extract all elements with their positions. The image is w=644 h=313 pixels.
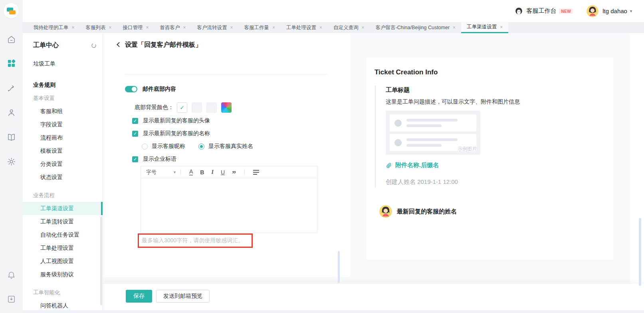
sidebar-group-business-rules[interactable]: 业务规则: [23, 78, 103, 92]
tab-first-consult-customer[interactable]: 首咨客户×: [155, 22, 192, 33]
notification-bell-icon[interactable]: [6, 270, 16, 280]
page-scrollbar-thumb[interactable]: [639, 218, 641, 286]
chevron-down-icon: ▾: [630, 9, 632, 13]
quote-icon[interactable]: ”: [232, 172, 236, 175]
save-button[interactable]: 保存: [126, 290, 152, 303]
sidebar-item-manual-view-settings[interactable]: 人工视图设置: [23, 255, 103, 268]
close-icon[interactable]: ×: [183, 25, 186, 30]
sidebar-section-basic-settings: 基本设置: [23, 92, 103, 105]
color-swatch-light[interactable]: [206, 102, 217, 113]
sidebar-item-status-settings[interactable]: 状态设置: [23, 171, 103, 184]
knowledge-book-icon[interactable]: [6, 132, 16, 142]
close-icon[interactable]: ×: [362, 25, 365, 30]
show-slogan-checkbox[interactable]: ✓: [132, 156, 138, 162]
sidebar-item-ticket-channel-settings[interactable]: 工单渠道设置: [23, 202, 103, 215]
open-tabs-bar: 我待处理的工单× 客服列表× 接口管理× 首咨客户× 客户流转设置× 客服工作量…: [23, 22, 644, 33]
realname-radio-label[interactable]: 显示客服真实姓名: [208, 143, 253, 150]
editor-text-area[interactable]: [141, 178, 317, 233]
download-tray-icon[interactable]: [6, 294, 16, 304]
sidebar-scrollbar-thumb[interactable]: [100, 217, 102, 305]
right-page-gutter: [630, 33, 644, 313]
color-swatch-selected[interactable]: ✓: [177, 102, 187, 113]
close-icon[interactable]: ×: [109, 25, 112, 30]
show-slogan-label[interactable]: 显示企业标语: [143, 156, 176, 163]
tab-ticket-channel-settings[interactable]: 工单渠道设置×: [461, 22, 508, 33]
tab-my-pending-tickets[interactable]: 我待处理的工单×: [28, 22, 80, 33]
skeleton-row: [390, 114, 476, 132]
settings-gear-icon[interactable]: [6, 157, 16, 167]
send-email-preview-button[interactable]: 发送到邮箱预览: [156, 290, 210, 303]
logo-orange-tile: [9, 10, 16, 14]
customer-icon[interactable]: [6, 108, 16, 118]
app-logo[interactable]: [4, 3, 19, 18]
sidebar-item-category-settings[interactable]: 分类设置: [23, 157, 103, 171]
close-icon[interactable]: ×: [319, 25, 322, 30]
sidebar-item-field-settings[interactable]: 字段设置: [23, 118, 103, 131]
sidebar-item-process-canvas[interactable]: 流程画布: [23, 131, 103, 144]
tab-agent-workload[interactable]: 客服工作量×: [239, 22, 281, 33]
close-icon[interactable]: ×: [230, 25, 233, 30]
italic-icon[interactable]: I: [211, 169, 213, 175]
sidebar-item-junk-tickets[interactable]: 垃圾工单: [23, 57, 103, 70]
tab-ticket-handling-settings[interactable]: 工单处理设置×: [281, 22, 328, 33]
font-size-dropdown[interactable]: 字号 ▾: [146, 169, 176, 176]
tab-custom-query[interactable]: 自定义查询×: [328, 22, 370, 33]
nickname-radio-label[interactable]: 显示客服昵称: [152, 143, 185, 150]
tab-customer-flow-settings[interactable]: 客户流转设置×: [192, 22, 239, 33]
tab-api-management[interactable]: 接口管理×: [117, 22, 155, 33]
close-icon[interactable]: ×: [272, 25, 275, 30]
sample-image-watermark: 示例图片: [458, 146, 477, 152]
font-color-icon[interactable]: A: [189, 169, 193, 175]
tab-agent-list[interactable]: 客服列表×: [80, 22, 117, 33]
workbench-icon: [515, 7, 523, 15]
sidebar-section-ticket-intelligence: 工单智能化: [23, 286, 103, 299]
sidebar-item-template-settings[interactable]: 模板设置: [23, 144, 103, 157]
workflow-route-icon[interactable]: [6, 83, 16, 93]
close-icon[interactable]: ×: [453, 25, 456, 30]
close-icon[interactable]: ×: [146, 25, 149, 30]
skeleton-avatar: [394, 120, 402, 127]
sidebar-item-sla[interactable]: 服务级别协议: [23, 268, 103, 281]
attachment-link[interactable]: 附件名称.后缀名: [386, 161, 547, 169]
email-footer-toggle[interactable]: [125, 86, 137, 92]
chevron-down-icon: ▾: [174, 170, 176, 174]
color-swatch-light[interactable]: [192, 102, 202, 113]
color-swatch-custom-picker[interactable]: [221, 102, 232, 113]
nickname-radio[interactable]: [142, 144, 148, 150]
red-annotation-box: 最多输入3000字符，请勿使用敏感词汇。: [138, 233, 253, 248]
skeleton-avatar: [394, 139, 402, 146]
realname-radio[interactable]: [198, 144, 204, 150]
apps-grid-icon[interactable]: [6, 58, 16, 68]
creator-line: 创建人姓名 2019-1-1 12:00: [386, 178, 547, 186]
close-icon[interactable]: ×: [72, 25, 75, 30]
workbench-link[interactable]: 客服工作台: [526, 7, 556, 15]
sidebar-item-automation-task-settings[interactable]: 自动化任务设置: [23, 228, 103, 241]
tab-customer-message[interactable]: 客户留言-China/Beijing Customer×: [370, 22, 462, 33]
latest-reply-row: 最新回复的客服的姓名: [375, 205, 613, 218]
section-divider: [125, 74, 327, 74]
refresh-icon[interactable]: [91, 42, 97, 49]
show-agent-avatar-checkbox[interactable]: ✓: [132, 118, 138, 124]
sidebar-item-ticket-handling-settings[interactable]: 工单处理设置: [23, 241, 103, 255]
home-icon[interactable]: [6, 34, 16, 44]
sidebar-item-ticket-flow-settings[interactable]: 工单流转设置: [23, 215, 103, 228]
align-icon[interactable]: [253, 169, 259, 175]
back-button[interactable]: [116, 42, 122, 48]
user-menu[interactable]: ltg dahao ▾: [587, 5, 632, 17]
sample-image-placeholder: 示例图片: [386, 111, 480, 155]
show-agent-name-checkbox[interactable]: ✓: [132, 131, 138, 137]
show-agent-avatar-label[interactable]: 显示最新回复的客服的头像: [143, 117, 210, 124]
close-icon[interactable]: ×: [500, 24, 503, 30]
underline-icon[interactable]: U: [221, 169, 225, 175]
ticket-preview-block: 工单标题 这里是工单问题描述，可以显示文字、附件和图片信息 示例图片 附件名称.…: [375, 86, 547, 187]
agent-avatar: [379, 205, 392, 218]
username: ltg dahao: [602, 8, 627, 14]
form-scrollbar-thumb[interactable]: [338, 251, 340, 283]
horizontal-scrollbar-track[interactable]: [23, 310, 644, 313]
show-agent-name-label[interactable]: 显示最新回复的客服的名称: [143, 130, 210, 137]
top-bar: 客服工作台 NEW ltg dahao ▾: [23, 0, 644, 22]
sidebar-item-agents-groups[interactable]: 客服和组: [23, 105, 103, 118]
sidebar-section-business-process: 业务流程: [23, 189, 103, 202]
page-title: 设置「回复客户邮件模板」: [125, 41, 202, 49]
bold-icon[interactable]: B: [200, 169, 204, 175]
